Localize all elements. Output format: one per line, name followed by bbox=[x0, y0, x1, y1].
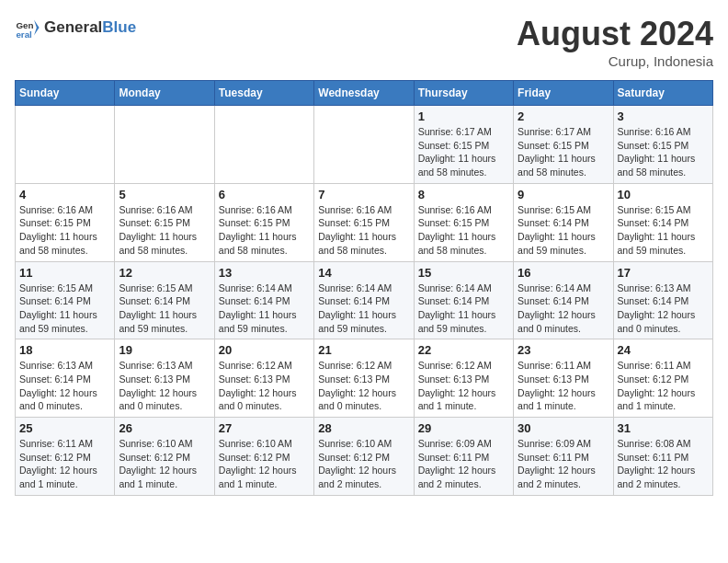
day-number: 19 bbox=[119, 343, 210, 357]
day-info: Sunrise: 6:11 AMSunset: 6:12 PMDaylight:… bbox=[19, 437, 110, 491]
calendar-cell: 26Sunrise: 6:10 AMSunset: 6:12 PMDayligh… bbox=[115, 418, 214, 496]
calendar-cell: 29Sunrise: 6:09 AMSunset: 6:11 PMDayligh… bbox=[414, 418, 513, 496]
day-info: Sunrise: 6:13 AMSunset: 6:14 PMDaylight:… bbox=[19, 359, 110, 413]
calendar-cell: 19Sunrise: 6:13 AMSunset: 6:13 PMDayligh… bbox=[115, 339, 214, 418]
calendar-cell: 1Sunrise: 6:17 AMSunset: 6:15 PMDaylight… bbox=[414, 106, 513, 184]
calendar-cell: 11Sunrise: 6:15 AMSunset: 6:14 PMDayligh… bbox=[16, 261, 115, 339]
day-number: 22 bbox=[418, 343, 509, 357]
calendar-week-row: 1Sunrise: 6:17 AMSunset: 6:15 PMDaylight… bbox=[16, 106, 713, 184]
calendar-cell: 22Sunrise: 6:12 AMSunset: 6:13 PMDayligh… bbox=[414, 339, 513, 418]
calendar-cell: 21Sunrise: 6:12 AMSunset: 6:13 PMDayligh… bbox=[314, 339, 414, 418]
calendar-cell bbox=[214, 106, 313, 184]
day-number: 18 bbox=[19, 343, 110, 357]
calendar-cell: 28Sunrise: 6:10 AMSunset: 6:12 PMDayligh… bbox=[314, 418, 414, 496]
page-header: Gen eral GeneralBlue August 2024 Curup, … bbox=[15, 15, 713, 69]
day-info: Sunrise: 6:14 AMSunset: 6:14 PMDaylight:… bbox=[518, 282, 609, 336]
day-info: Sunrise: 6:08 AMSunset: 6:11 PMDaylight:… bbox=[618, 437, 709, 491]
day-number: 17 bbox=[618, 266, 709, 280]
day-info: Sunrise: 6:14 AMSunset: 6:14 PMDaylight:… bbox=[219, 282, 310, 336]
calendar-cell: 3Sunrise: 6:16 AMSunset: 6:15 PMDaylight… bbox=[613, 106, 712, 184]
day-number: 7 bbox=[318, 188, 409, 201]
day-number: 14 bbox=[318, 266, 409, 280]
day-info: Sunrise: 6:11 AMSunset: 6:12 PMDaylight:… bbox=[618, 359, 709, 413]
day-info: Sunrise: 6:10 AMSunset: 6:12 PMDaylight:… bbox=[119, 437, 210, 491]
calendar-cell: 14Sunrise: 6:14 AMSunset: 6:14 PMDayligh… bbox=[314, 261, 414, 339]
svg-marker-2 bbox=[34, 20, 40, 36]
calendar-cell: 13Sunrise: 6:14 AMSunset: 6:14 PMDayligh… bbox=[214, 261, 313, 339]
day-info: Sunrise: 6:16 AMSunset: 6:15 PMDaylight:… bbox=[418, 203, 509, 258]
day-info: Sunrise: 6:12 AMSunset: 6:13 PMDaylight:… bbox=[318, 359, 409, 413]
day-number: 10 bbox=[618, 188, 709, 201]
weekday-header: Sunday bbox=[16, 81, 115, 106]
day-info: Sunrise: 6:09 AMSunset: 6:11 PMDaylight:… bbox=[418, 437, 509, 491]
day-number: 5 bbox=[119, 188, 210, 201]
day-info: Sunrise: 6:16 AMSunset: 6:15 PMDaylight:… bbox=[119, 203, 210, 258]
calendar-cell: 5Sunrise: 6:16 AMSunset: 6:15 PMDaylight… bbox=[115, 183, 214, 261]
calendar-cell: 7Sunrise: 6:16 AMSunset: 6:15 PMDaylight… bbox=[314, 183, 414, 261]
day-number: 6 bbox=[219, 188, 310, 201]
day-info: Sunrise: 6:11 AMSunset: 6:13 PMDaylight:… bbox=[518, 359, 609, 413]
logo-text: GeneralBlue bbox=[44, 18, 136, 37]
day-info: Sunrise: 6:12 AMSunset: 6:13 PMDaylight:… bbox=[219, 359, 310, 413]
day-info: Sunrise: 6:17 AMSunset: 6:15 PMDaylight:… bbox=[418, 125, 509, 179]
day-number: 16 bbox=[518, 266, 609, 280]
weekday-header: Wednesday bbox=[314, 81, 414, 106]
day-info: Sunrise: 6:10 AMSunset: 6:12 PMDaylight:… bbox=[219, 437, 310, 491]
day-number: 11 bbox=[19, 266, 110, 280]
day-info: Sunrise: 6:13 AMSunset: 6:14 PMDaylight:… bbox=[618, 282, 709, 336]
calendar-cell bbox=[115, 106, 214, 184]
calendar-cell: 10Sunrise: 6:15 AMSunset: 6:14 PMDayligh… bbox=[613, 183, 712, 261]
day-number: 13 bbox=[219, 266, 310, 280]
calendar-cell: 23Sunrise: 6:11 AMSunset: 6:13 PMDayligh… bbox=[514, 339, 613, 418]
calendar-cell: 24Sunrise: 6:11 AMSunset: 6:12 PMDayligh… bbox=[613, 339, 712, 418]
calendar-week-row: 25Sunrise: 6:11 AMSunset: 6:12 PMDayligh… bbox=[16, 418, 713, 496]
day-number: 15 bbox=[418, 266, 509, 280]
day-info: Sunrise: 6:14 AMSunset: 6:14 PMDaylight:… bbox=[418, 282, 509, 336]
weekday-header: Friday bbox=[514, 81, 613, 106]
title-area: August 2024 Curup, Indonesia bbox=[517, 15, 713, 69]
weekday-header: Tuesday bbox=[214, 81, 313, 106]
calendar-cell: 8Sunrise: 6:16 AMSunset: 6:15 PMDaylight… bbox=[414, 183, 513, 261]
calendar-cell: 9Sunrise: 6:15 AMSunset: 6:14 PMDaylight… bbox=[514, 183, 613, 261]
calendar-cell: 20Sunrise: 6:12 AMSunset: 6:13 PMDayligh… bbox=[214, 339, 313, 418]
day-number: 8 bbox=[418, 188, 509, 201]
day-number: 26 bbox=[119, 421, 210, 435]
day-number: 27 bbox=[219, 421, 310, 435]
calendar-cell: 6Sunrise: 6:16 AMSunset: 6:15 PMDaylight… bbox=[214, 183, 313, 261]
location-subtitle: Curup, Indonesia bbox=[517, 53, 713, 69]
day-number: 1 bbox=[418, 109, 509, 123]
day-number: 28 bbox=[318, 421, 409, 435]
calendar-header-row: SundayMondayTuesdayWednesdayThursdayFrid… bbox=[16, 81, 713, 106]
logo-icon: Gen eral bbox=[15, 15, 40, 40]
day-number: 12 bbox=[119, 266, 210, 280]
day-info: Sunrise: 6:13 AMSunset: 6:13 PMDaylight:… bbox=[119, 359, 210, 413]
calendar-week-row: 18Sunrise: 6:13 AMSunset: 6:14 PMDayligh… bbox=[16, 339, 713, 418]
day-info: Sunrise: 6:15 AMSunset: 6:14 PMDaylight:… bbox=[19, 282, 110, 336]
day-info: Sunrise: 6:15 AMSunset: 6:14 PMDaylight:… bbox=[119, 282, 210, 336]
weekday-header: Saturday bbox=[613, 81, 712, 106]
day-number: 30 bbox=[518, 421, 609, 435]
day-info: Sunrise: 6:17 AMSunset: 6:15 PMDaylight:… bbox=[518, 125, 609, 179]
day-number: 9 bbox=[518, 188, 609, 201]
calendar-cell: 30Sunrise: 6:09 AMSunset: 6:11 PMDayligh… bbox=[514, 418, 613, 496]
calendar-cell: 25Sunrise: 6:11 AMSunset: 6:12 PMDayligh… bbox=[16, 418, 115, 496]
day-info: Sunrise: 6:16 AMSunset: 6:15 PMDaylight:… bbox=[318, 203, 409, 258]
day-info: Sunrise: 6:16 AMSunset: 6:15 PMDaylight:… bbox=[19, 203, 110, 258]
day-number: 24 bbox=[618, 343, 709, 357]
calendar-cell bbox=[16, 106, 115, 184]
day-info: Sunrise: 6:16 AMSunset: 6:15 PMDaylight:… bbox=[618, 125, 709, 179]
calendar-cell: 31Sunrise: 6:08 AMSunset: 6:11 PMDayligh… bbox=[613, 418, 712, 496]
day-info: Sunrise: 6:16 AMSunset: 6:15 PMDaylight:… bbox=[219, 203, 310, 258]
day-number: 23 bbox=[518, 343, 609, 357]
day-number: 3 bbox=[618, 109, 709, 123]
day-number: 20 bbox=[219, 343, 310, 357]
calendar-cell: 4Sunrise: 6:16 AMSunset: 6:15 PMDaylight… bbox=[16, 183, 115, 261]
day-info: Sunrise: 6:15 AMSunset: 6:14 PMDaylight:… bbox=[618, 203, 709, 258]
calendar-week-row: 11Sunrise: 6:15 AMSunset: 6:14 PMDayligh… bbox=[16, 261, 713, 339]
day-info: Sunrise: 6:12 AMSunset: 6:13 PMDaylight:… bbox=[418, 359, 509, 413]
weekday-header: Thursday bbox=[414, 81, 513, 106]
calendar-cell: 15Sunrise: 6:14 AMSunset: 6:14 PMDayligh… bbox=[414, 261, 513, 339]
calendar-cell: 17Sunrise: 6:13 AMSunset: 6:14 PMDayligh… bbox=[613, 261, 712, 339]
month-year-title: August 2024 bbox=[517, 15, 713, 53]
day-number: 2 bbox=[518, 109, 609, 123]
